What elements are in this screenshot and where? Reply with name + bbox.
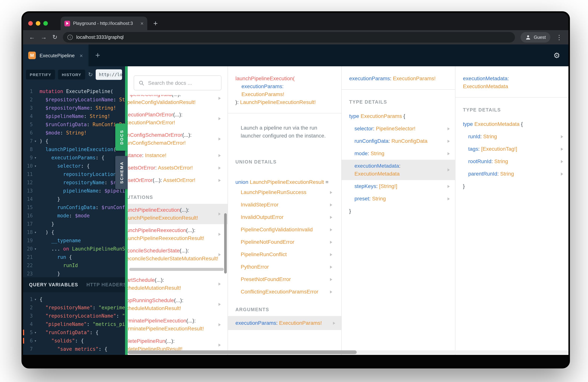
editor-line[interactable]: 8 launchPipelineExecution( [23,146,125,154]
editor-line[interactable]: 6▾ "solids": { [23,337,125,345]
playground-tab[interactable]: M ExecutePipeline × [23,44,88,66]
docs-search-input[interactable] [148,80,217,86]
fold-arrow-icon[interactable]: ▾ [33,337,38,345]
close-window-button[interactable] [28,21,33,26]
doc-list-item[interactable]: launchPipelineExecution(...):LaunchPipel… [128,204,228,224]
editor-line[interactable]: 6 $mode: String! [23,129,125,137]
editor-line[interactable]: 21 run { [23,253,125,261]
editor-line[interactable]: 7 "save metrics": { [23,345,125,353]
editor-line[interactable]: 15 runConfigData: $runConfigData [23,203,125,212]
docs-search-box[interactable] [134,75,222,90]
editor-line[interactable]: 5 $runConfigData: RunConfigData! [23,121,125,129]
editor-line[interactable]: 12 repositoryName: $repositoryName [23,179,125,187]
fold-arrow-icon[interactable]: ▾ [33,228,38,236]
endpoint-reload-icon[interactable]: ↻ [88,71,93,78]
union-member-item[interactable]: PipelineNotFoundError [228,236,341,248]
doc-list-item[interactable]: launchPipelineReexecution(...):LaunchPip… [128,224,228,245]
site-info-icon[interactable]: i [68,35,73,40]
union-member-item[interactable]: InvalidStepError [228,198,341,211]
http-headers-tab[interactable]: HTTP HEADERS [86,282,125,287]
new-tab-button[interactable]: + [147,17,164,30]
doc-list-item[interactable]: runConfigSchemaOrError(...):RunConfigSch… [128,129,228,149]
fold-arrow-icon[interactable]: ▾ [33,162,38,170]
fold-arrow-icon[interactable]: ▾ [33,154,38,162]
prettify-button[interactable]: PRETTIFY [26,70,55,80]
union-member-item[interactable]: LaunchPipelineRunSuccess [228,186,341,198]
type-field-row[interactable]: runConfigData: RunConfigData [342,135,455,147]
union-member-item[interactable]: PipelineRunConflict [228,248,341,261]
argument-row[interactable]: executionParams: ExecutionParams! [228,316,341,330]
settings-gear-icon[interactable]: ⚙ [545,44,568,66]
back-button[interactable]: ← [29,34,35,40]
doc-list-item[interactable]: reconcileSchedulerState(...):ReconcileSc… [128,245,228,265]
editor-line[interactable]: 1▾{ [23,295,125,304]
doc-list-item[interactable]: isPipelineConfigValid(...):PipelineConfi… [128,95,228,108]
minimize-window-button[interactable] [36,21,40,26]
editor-line[interactable]: 3 $repositoryName: String! [23,104,125,112]
type-field-row[interactable]: runId: String [455,130,568,143]
doc-list-item[interactable]: stopRunningSchedule(...):ScheduleMutatio… [128,294,228,315]
editor-line[interactable]: 9▾ executionParams: { [23,154,125,162]
playground-new-tab-button[interactable]: + [88,44,107,66]
type-field-row[interactable]: mode: String [342,147,455,160]
fold-arrow-icon[interactable]: ▾ [33,328,38,337]
type-field-row[interactable]: stepKeys: [String!] [342,180,455,192]
editor-line[interactable]: 7▾) { [23,137,125,146]
editor-line[interactable]: 16 mode: $mode [23,212,125,220]
browser-tab[interactable]: Playground - http://localhost:3 × [61,17,147,30]
history-button[interactable]: HISTORY [58,70,85,80]
editor-line[interactable]: 2 $repositoryLocationName: String! [23,96,125,104]
query-editor[interactable]: 1mutation ExecutePipeline(2 $repositoryL… [23,83,125,277]
editor-line[interactable]: 14 } [23,195,125,203]
doc-list-item[interactable]: terminatePipelineExecution(...):Terminat… [128,315,228,335]
doc-list-item[interactable]: executionPlanOrError(...):ExecutionPlanO… [128,108,228,129]
editor-line[interactable]: 4 "pipelineName": "metrics_pipeline" [23,320,125,328]
editor-line[interactable]: 2 "repositoryName": "experiments" [23,304,125,312]
url-bar[interactable]: i localhost:3333/graphql [63,32,515,42]
reload-button[interactable]: ↻ [52,34,58,40]
tab-close-icon[interactable]: × [141,20,144,26]
editor-line[interactable]: 19 __typename [23,236,125,245]
doc-list-item[interactable]: assetOrError(...): AssetOrError! [128,174,228,187]
editor-line[interactable]: 3 "repositoryLocationName": "experiments… [23,312,125,320]
endpoint-input[interactable]: http://localhost:3333/graphql [96,69,122,80]
doc-list-item[interactable]: instance: Instance! [128,149,228,162]
browser-menu-button[interactable]: ⋮ [556,33,562,41]
doc-list-item[interactable]: assetsOrError: AssetsOrError! [128,162,228,174]
docs-divider[interactable]: DOCS SCHEMA [125,66,128,355]
type-field-row[interactable]: selector: PipelineSelector! [342,123,455,135]
type-field-row[interactable]: rootRunId: String [455,155,568,168]
union-member-item[interactable]: PresetNotFoundError [228,273,341,286]
editor-line[interactable]: 18▾ ) { [23,228,125,236]
editor-line[interactable]: 5▾ "runConfigData": { [23,328,125,337]
editor-line[interactable]: 4 $pipelineName: String! [23,112,125,121]
type-field-row[interactable]: parentRunId: String [455,168,568,180]
fold-arrow-icon[interactable]: ▾ [33,137,38,146]
zoom-window-button[interactable] [43,21,48,26]
editor-line[interactable]: 1mutation ExecutePipeline( [23,87,125,96]
union-member-item[interactable]: PythonError [228,261,341,273]
docs-list-horizontal-scrollbar-thumb[interactable] [129,268,224,271]
playground-tab-close-icon[interactable]: × [80,52,83,59]
type-field-row[interactable]: preset: String [342,192,455,205]
editor-line[interactable]: 20▾ ... on LaunchPipelineRunSuccess { [23,245,125,253]
union-member-item[interactable]: ConflictingExecutionParamsError [228,286,341,298]
profile-button[interactable]: Guest [521,32,550,42]
docs-list-vertical-scrollbar[interactable] [224,213,227,274]
editor-line[interactable]: 11 repositoryLocationName: $repositoryLo… [23,170,125,179]
editor-line[interactable]: 22 runId [23,261,125,270]
schema-side-tab[interactable]: SCHEMA [115,156,128,189]
editor-line[interactable]: 10▾ selector: { [23,162,125,170]
doc-list-item[interactable]: startSchedule(...):ScheduleMutationResul… [128,274,228,294]
union-member-item[interactable]: InvalidOutputError [228,211,341,223]
editor-line[interactable]: 17 } [23,220,125,228]
docs-side-tab[interactable]: DOCS [115,124,128,151]
union-member-item[interactable]: PipelineConfigValidationInvalid [228,223,341,236]
query-variables-tab[interactable]: QUERY VARIABLES [29,282,78,287]
fold-arrow-icon[interactable]: ▾ [33,295,38,304]
fold-arrow-icon[interactable]: ▾ [33,245,38,253]
type-field-row[interactable]: tags: [ExecutionTag!] [455,143,568,155]
docs-horizontal-scrollbar-thumb[interactable] [128,350,357,354]
editor-line[interactable]: 13 pipelineName: $pipelineName [23,187,125,195]
forward-button[interactable]: → [41,34,47,40]
